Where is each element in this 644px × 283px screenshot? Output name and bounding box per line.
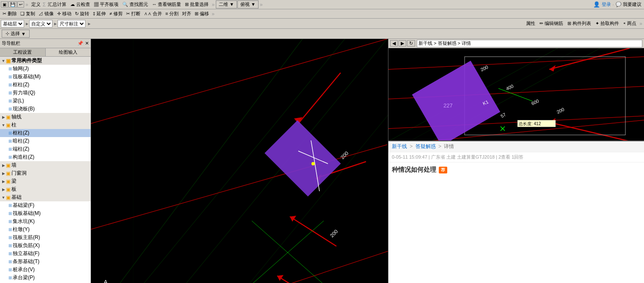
del-btn[interactable]: ✂ 删除 <box>1 10 19 17</box>
tree-item-jcliang[interactable]: ⊞ 基础梁(F) <box>0 201 91 209</box>
edit-rebar-btn[interactable]: ✏ 编辑钢筋 <box>537 20 565 27</box>
pick-component-btn[interactable]: ✦ 拾取构件 <box>593 20 621 27</box>
back-btn[interactable]: ◀ <box>390 40 398 47</box>
panel-tabs: 工程设置 绘图输入 <box>0 48 91 57</box>
cloud-check-btn[interactable]: ☁ 云检查 <box>69 1 92 8</box>
tree-item-board[interactable]: ⊞ 现浇板(B) <box>0 105 91 113</box>
comp-icon-fc: ⊞ <box>8 82 12 87</box>
tree-item-axisnet[interactable]: ▶ ▣ 轴线 <box>0 113 91 121</box>
svg-text:200: 200 <box>329 228 339 239</box>
layer-select[interactable]: 基础层 <box>1 20 24 27</box>
tree-item-slab-group[interactable]: ▶ ▣ 板 <box>0 185 91 193</box>
toolbar-sep2: Σ <box>43 2 46 8</box>
tree-item-shear[interactable]: ⊞ 剪力墙(Q) <box>0 89 91 97</box>
find-btn[interactable]: 🔍 查找图元 <box>121 1 150 8</box>
property-btn[interactable]: 属性 <box>524 20 537 27</box>
panel-title: 导导航栏 <box>2 40 20 47</box>
toolbar-row2: ✂ 删除 ❑ 复制 ⊿ 镜像 ✛ 移动 ↻ 旋转 ‡ 延伸 ≠ 修剪 ✂ 打断 … <box>0 9 644 19</box>
tree-item-sump[interactable]: ⊞ 集水坑(K) <box>0 217 91 225</box>
menu-btn[interactable]: ▣ <box>1 1 8 8</box>
tree-item-zhudun[interactable]: ⊞ 柱墩(Y) <box>0 225 91 234</box>
tree-item-duanzhu[interactable]: ⊞ 端柱(Z) <box>0 145 91 153</box>
copy-btn[interactable]: ❑ 复制 <box>19 10 37 17</box>
tree-item-found-group[interactable]: ▼ ▣ 基础 <box>0 193 91 201</box>
close-panel-icon[interactable]: ✕ <box>85 41 89 46</box>
component-list-btn[interactable]: ⊞ 构件列表 <box>565 20 593 27</box>
sep5: » <box>212 11 215 17</box>
cad-svg: 200 200 A <box>91 39 388 283</box>
tree-item-col-group[interactable]: ▼ ▣ 柱 <box>0 121 91 129</box>
breadcrumb-link2[interactable]: 答疑解惑 <box>416 143 436 149</box>
two-point-btn[interactable]: ⁌ 两点 <box>621 20 638 27</box>
topview-btn[interactable]: 俯视 ▼ <box>237 0 259 8</box>
feedback-btn[interactable]: 💬 我要建议 <box>616 1 641 8</box>
tree-item-wall-group[interactable]: ▶ ▣ 墙 <box>0 161 91 169</box>
tree-item-beam[interactable]: ⊞ 梁(L) <box>0 97 91 105</box>
align-btn[interactable]: 对齐 <box>180 10 193 17</box>
tree-item-raft[interactable]: ⊞ 筏板基础(M) <box>0 209 91 217</box>
type-select[interactable]: 自定义 <box>29 20 52 27</box>
tree-item-tableliang[interactable]: ⊞ 承台梁(P) <box>0 274 91 282</box>
mirror-btn[interactable]: ⊿ 镜像 <box>37 10 55 17</box>
toolbar-sep3: » <box>212 2 215 8</box>
tree-item-common[interactable]: ▼ ▣ 常用构件类型 <box>0 57 91 65</box>
tree-item-strip[interactable]: ⊞ 条形基础(T) <box>0 258 91 266</box>
merge-btn[interactable]: ∧∧ 合并 <box>142 10 164 17</box>
extend-btn[interactable]: ‡ 延伸 <box>91 10 107 17</box>
offset-btn[interactable]: ⊞ 偏移 <box>193 10 211 17</box>
svg-marker-15 <box>277 275 283 281</box>
comp-icon-fc2: ⊞ <box>8 131 12 135</box>
define-btn[interactable]: 定义 <box>30 1 42 8</box>
comp-icon-an: ⊞ <box>8 139 12 143</box>
tree-item-piletable[interactable]: ⊞ 桩承台(V) <box>0 266 91 274</box>
tree-item-anchu[interactable]: ⊞ 暗柱(Z) <box>0 137 91 145</box>
break-btn[interactable]: ✂ 打断 <box>124 10 142 17</box>
refresh-btn[interactable]: ↻ <box>407 40 415 47</box>
pin-icon[interactable]: 📌 <box>77 41 83 46</box>
undo-btn[interactable]: ↩ <box>17 1 24 8</box>
comp-icon-sw: ⊞ <box>8 91 12 95</box>
tree-item-framecol2[interactable]: ⊞ 框柱(Z) <box>0 129 91 137</box>
trim-btn[interactable]: ≠ 修剪 <box>108 10 124 17</box>
view-rebar-btn[interactable]: ↔ 查看钢筋量 <box>150 1 183 8</box>
url-bar[interactable] <box>417 40 642 47</box>
tree-item-stripfound[interactable]: ⊞ 筏板基础(M) <box>0 73 91 81</box>
dim-select[interactable]: 尺寸标注 <box>58 20 85 27</box>
tree-item-raftmain[interactable]: ⊞ 筏板主筋(R) <box>0 234 91 242</box>
cad-canvas-area[interactable]: 200 200 A <box>91 39 388 283</box>
tree-item-beam-group[interactable]: ▶ ▣ 梁 <box>0 177 91 185</box>
comp-icon-dz: ⊞ <box>8 147 12 151</box>
right-cad-svg: 200 400 600 200 K1 57 227 总长度: 412 <box>388 48 644 140</box>
component-tree: ▼ ▣ 常用构件类型 ⊞ 轴网(J) ⊞ 筏板基础(M) ⊞ 框柱(Z) ⊞ <box>0 57 91 283</box>
tree-item-isolated[interactable]: ⊞ 独立基础(F) <box>0 250 91 258</box>
tree-item-raftneg[interactable]: ⊞ 筏板负筋(X) <box>0 242 91 250</box>
split-btn[interactable]: ≡ 分割 <box>164 10 180 17</box>
login-btn[interactable]: 登录 <box>602 1 611 8</box>
breadcrumb-link1[interactable]: 新干线 <box>392 143 407 149</box>
folder-icon-wall: ▣ <box>6 162 11 168</box>
flatboard-btn[interactable]: ▦ 平齐板项 <box>92 1 120 8</box>
svg-line-12 <box>290 217 336 246</box>
svg-text:227: 227 <box>443 102 453 109</box>
tab-draw[interactable]: 绘图输入 <box>46 48 91 56</box>
tree-item-axis[interactable]: ⊞ 轴网(J) <box>0 65 91 73</box>
batch-select-btn[interactable]: ⊞ 批量选择 <box>183 1 210 8</box>
tree-item-door-group[interactable]: ▶ ▣ 门窗洞 <box>0 169 91 177</box>
right-panel-nav: ◀ ▶ ↻ <box>388 39 644 48</box>
svg-line-34 <box>549 122 630 140</box>
svg-line-1 <box>154 39 387 283</box>
tree-item-gouzao[interactable]: ⊞ 构造柱(Z) <box>0 153 91 161</box>
tree-item-framecol[interactable]: ⊞ 框柱(Z) <box>0 81 91 89</box>
panel-header: 导导航栏 📌 ✕ <box>0 39 91 48</box>
select-btn[interactable]: ⊹ 选择 ▼ <box>2 30 30 38</box>
svg-marker-13 <box>290 216 296 222</box>
question-title-bar: 种情况如何处理 荐 <box>388 162 644 177</box>
tab-project[interactable]: 工程设置 <box>0 48 46 56</box>
sum-btn[interactable]: 汇总计算 <box>46 1 68 8</box>
move-btn[interactable]: ✛ 移动 <box>55 10 73 17</box>
2d-btn[interactable]: 二维 ▼ <box>216 0 237 8</box>
save-btn[interactable]: 💾 <box>8 1 17 8</box>
forward-btn[interactable]: ▶ <box>399 40 406 47</box>
expand-found: ▼ <box>1 195 6 200</box>
rotate-btn[interactable]: ↻ 旋转 <box>73 10 91 17</box>
